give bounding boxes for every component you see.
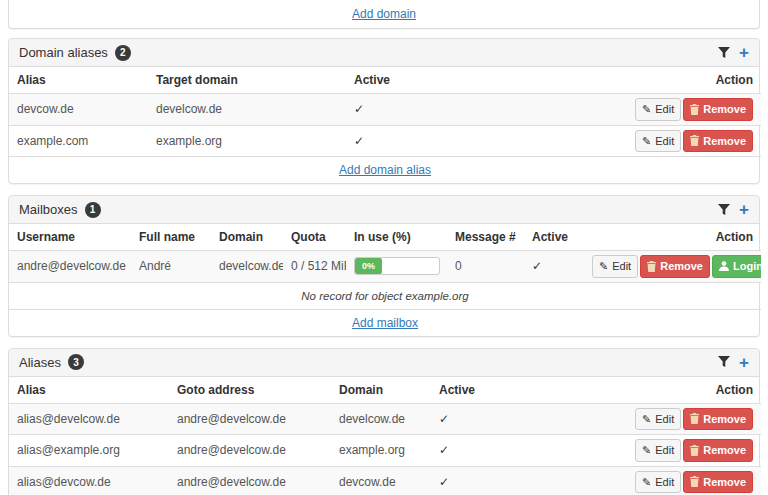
mailboxes-heading: Mailboxes 1 + — [9, 196, 759, 224]
count-badge: 1 — [85, 202, 101, 218]
pencil-icon: ✎ — [642, 133, 651, 150]
pencil-icon: ✎ — [642, 411, 651, 428]
remove-button[interactable]: Remove — [683, 439, 753, 462]
col-target-domain: Target domain — [148, 67, 346, 94]
target-domain-cell: develcow.de — [148, 94, 346, 126]
edit-button[interactable]: ✎Edit — [635, 130, 681, 153]
remove-label: Remove — [703, 474, 746, 491]
filter-button[interactable] — [718, 47, 730, 59]
remove-button[interactable]: Remove — [683, 471, 753, 494]
add-domain-link[interactable]: Add domain — [352, 7, 416, 21]
table-row: alias@example.org andre@develcow.de exam… — [9, 435, 761, 467]
col-goto-address: Goto address — [169, 377, 331, 404]
goto-address-cell: andre@develcow.de — [169, 466, 331, 495]
edit-label: Edit — [655, 133, 674, 150]
remove-label: Remove — [703, 101, 746, 118]
no-record-row: No record for object example.org — [9, 282, 761, 309]
remove-button[interactable]: Remove — [683, 130, 753, 153]
domain-aliases-panel: Domain aliases 2 + Alias Target domain A… — [8, 38, 760, 184]
edit-button[interactable]: ✎Edit — [592, 255, 638, 278]
alias-cell: devcow.de — [9, 94, 148, 126]
quota-progress-fill: 0% — [355, 258, 382, 274]
aliases-table: Alias Goto address Domain Active Action … — [9, 377, 761, 495]
quota-progress-bar: 0% — [354, 257, 440, 275]
target-domain-cell: example.org — [148, 125, 346, 157]
col-action: Action — [581, 377, 761, 404]
active-check: ✓ — [346, 125, 601, 157]
domain-cell: develcow.de — [211, 251, 283, 283]
goto-address-cell: andre@develcow.de — [169, 403, 331, 435]
add-button[interactable]: + — [739, 354, 749, 371]
col-messages: Message # — [447, 224, 524, 251]
col-alias: Alias — [9, 377, 169, 404]
col-username: Username — [9, 224, 131, 251]
col-active: Active — [431, 377, 581, 404]
col-action: Action — [584, 224, 761, 251]
user-icon — [719, 261, 729, 271]
active-check: ✓ — [431, 466, 581, 495]
domains-panel-bottom: Add domain — [8, 0, 760, 29]
remove-button[interactable]: Remove — [640, 255, 710, 278]
col-domain: Domain — [211, 224, 283, 251]
domain-cell: develcow.de — [331, 403, 431, 435]
edit-button[interactable]: ✎Edit — [635, 439, 681, 462]
filter-icon — [718, 204, 730, 216]
add-mailbox-link[interactable]: Add mailbox — [352, 316, 418, 330]
domain-aliases-table: Alias Target domain Active Action devcow… — [9, 67, 761, 183]
heading-tools: + — [718, 354, 749, 371]
trash-icon — [690, 104, 699, 115]
aliases-panel: Aliases 3 + Alias Goto address Domain Ac… — [8, 348, 760, 495]
panel-title: Mailboxes — [19, 202, 78, 217]
table-header-row: Username Full name Domain Quota In use (… — [9, 224, 761, 251]
goto-address-cell: andre@develcow.de — [169, 435, 331, 467]
edit-button[interactable]: ✎Edit — [635, 471, 681, 494]
plus-icon: + — [739, 43, 749, 62]
table-row: alias@devcow.de andre@develcow.de devcow… — [9, 466, 761, 495]
full-name-cell: André — [131, 251, 211, 283]
heading-tools: + — [718, 44, 749, 61]
filter-button[interactable] — [718, 204, 730, 216]
login-button[interactable]: Login — [712, 255, 761, 278]
add-domain-alias-link[interactable]: Add domain alias — [339, 163, 431, 177]
trash-icon — [690, 476, 699, 487]
filter-icon — [718, 356, 730, 368]
edit-button[interactable]: ✎Edit — [635, 408, 681, 431]
add-button[interactable]: + — [739, 44, 749, 61]
count-badge: 3 — [68, 354, 84, 370]
quota-cell: 0 / 512 MiB — [283, 251, 346, 283]
col-full-name: Full name — [131, 224, 211, 251]
remove-button[interactable]: Remove — [683, 408, 753, 431]
alias-cell: alias@develcow.de — [9, 403, 169, 435]
filter-button[interactable] — [718, 356, 730, 368]
col-alias: Alias — [9, 67, 148, 94]
aliases-heading: Aliases 3 + — [9, 349, 759, 377]
edit-button[interactable]: ✎Edit — [635, 98, 681, 121]
table-header-row: Alias Goto address Domain Active Action — [9, 377, 761, 404]
table-row: andre@develcow.de André develcow.de 0 / … — [9, 251, 761, 283]
trash-icon — [690, 413, 699, 424]
col-in-use: In use (%) — [346, 224, 447, 251]
table-row: devcow.de develcow.de ✓ ✎EditRemove — [9, 94, 761, 126]
remove-button[interactable]: Remove — [683, 98, 753, 121]
pencil-icon: ✎ — [642, 474, 651, 491]
panel-title: Aliases — [19, 355, 61, 370]
edit-label: Edit — [655, 411, 674, 428]
no-record-text: No record for object example.org — [301, 290, 468, 302]
domain-cell: devcow.de — [331, 466, 431, 495]
alias-cell: alias@devcow.de — [9, 466, 169, 495]
mailboxes-panel: Mailboxes 1 + Username Full name Domain … — [8, 195, 760, 337]
pencil-icon: ✎ — [599, 258, 608, 275]
filter-icon — [718, 47, 730, 59]
alias-cell: alias@example.org — [9, 435, 169, 467]
col-active: Active — [346, 67, 601, 94]
col-active: Active — [524, 224, 584, 251]
message-count-cell: 0 — [447, 251, 524, 283]
active-check: ✓ — [524, 251, 584, 283]
remove-label: Remove — [703, 133, 746, 150]
panel-title: Domain aliases — [19, 45, 108, 60]
mailboxes-table: Username Full name Domain Quota In use (… — [9, 224, 761, 336]
add-button[interactable]: + — [739, 201, 749, 218]
remove-label: Remove — [703, 411, 746, 428]
table-row: example.com example.org ✓ ✎EditRemove — [9, 125, 761, 157]
table-header-row: Alias Target domain Active Action — [9, 67, 761, 94]
